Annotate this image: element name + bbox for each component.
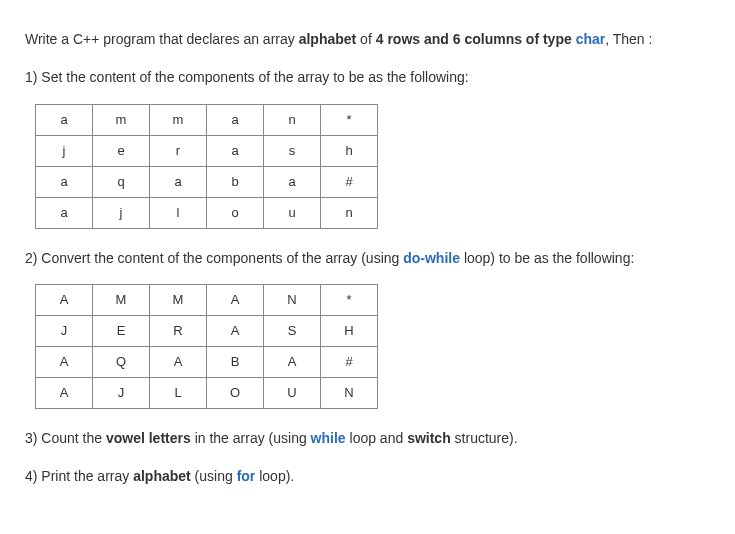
cell: A [207,316,264,347]
table-2: A M M A N * J E R A S H A Q A B A # A J … [35,284,378,409]
cell: u [264,197,321,228]
cell: b [207,166,264,197]
q4-mid: (using [191,468,237,484]
cell: O [207,378,264,409]
cell: * [321,285,378,316]
question-4: 4) Print the array alphabet (using for l… [25,465,710,489]
cell: # [321,166,378,197]
cell: m [93,104,150,135]
cell: h [321,135,378,166]
cell: R [150,316,207,347]
cell: * [321,104,378,135]
cell: N [264,285,321,316]
intro-suffix: , Then : [605,31,652,47]
q2-prefix: 2) Convert the content of the components… [25,250,403,266]
q4-suffix: loop). [255,468,294,484]
cell: A [36,378,93,409]
cell: J [36,316,93,347]
cell: N [321,378,378,409]
q4-prefix: 4) Print the array [25,468,133,484]
cell: o [207,197,264,228]
cell: Q [93,347,150,378]
table-row: A M M A N * [36,285,378,316]
cell: H [321,316,378,347]
question-1: 1) Set the content of the components of … [25,66,710,90]
cell: r [150,135,207,166]
table-row: a j l o u n [36,197,378,228]
cell: A [207,285,264,316]
cell: a [207,135,264,166]
cell: # [321,347,378,378]
intro-paragraph: Write a C++ program that declares an arr… [25,28,710,52]
switch-keyword: switch [407,430,451,446]
cell: E [93,316,150,347]
cell: a [36,197,93,228]
cell: A [36,285,93,316]
cell: A [264,347,321,378]
cell: a [36,104,93,135]
cell: j [93,197,150,228]
cell: J [93,378,150,409]
q3-suffix: structure). [451,430,518,446]
q3-mid2: loop and [346,430,408,446]
question-3: 3) Count the vowel letters in the array … [25,427,710,451]
for-keyword: for [237,468,256,484]
cell: n [264,104,321,135]
question-2: 2) Convert the content of the components… [25,247,710,271]
cell: M [93,285,150,316]
q4-array-name: alphabet [133,468,191,484]
do-while-keyword: do-while [403,250,460,266]
cell: M [150,285,207,316]
intro-array-name: alphabet [299,31,357,47]
cell: a [264,166,321,197]
cell: S [264,316,321,347]
q2-mid: loop) to be as the following: [460,250,634,266]
q3-vowels: vowel letters [106,430,191,446]
char-keyword: char [576,31,606,47]
cell: B [207,347,264,378]
cell: U [264,378,321,409]
cell: A [150,347,207,378]
cell: a [150,166,207,197]
table-row: a m m a n * [36,104,378,135]
table-row: j e r a s h [36,135,378,166]
cell: a [207,104,264,135]
intro-prefix: Write a C++ program that declares an arr… [25,31,299,47]
intro-mid: of [356,31,375,47]
cell: L [150,378,207,409]
cell: l [150,197,207,228]
cell: q [93,166,150,197]
table-row: a q a b a # [36,166,378,197]
q3-prefix: 3) Count the [25,430,106,446]
table-row: A Q A B A # [36,347,378,378]
cell: a [36,166,93,197]
table-row: J E R A S H [36,316,378,347]
cell: e [93,135,150,166]
cell: A [36,347,93,378]
while-keyword: while [311,430,346,446]
cell: s [264,135,321,166]
q3-mid1: in the array (using [191,430,311,446]
intro-dims: 4 rows and 6 columns of type [376,31,576,47]
table-1: a m m a n * j e r a s h a q a b a # a j … [35,104,378,229]
table-row: A J L O U N [36,378,378,409]
cell: n [321,197,378,228]
cell: m [150,104,207,135]
cell: j [36,135,93,166]
